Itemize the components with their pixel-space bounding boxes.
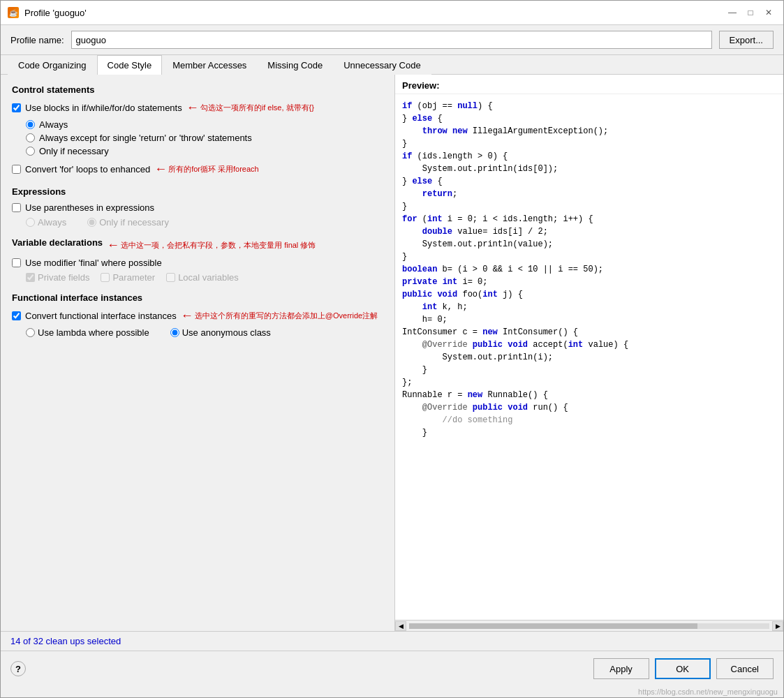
scroll-track[interactable] <box>409 623 769 629</box>
convert-functional-label: Convert functional interface instances <box>25 311 177 321</box>
parameter-item: Parameter <box>101 272 155 283</box>
use-final-checkbox[interactable] <box>12 258 21 267</box>
convert-for-note: 所有的for循环 采用foreach <box>168 164 259 174</box>
radio-parens-only-necessary[interactable] <box>87 218 96 227</box>
variable-note: 选中这一项，会把私有字段，参数，本地变量用 final 修饰 <box>121 240 316 251</box>
use-parens-row: Use parentheses in expressions <box>12 202 383 213</box>
convert-for-checkbox[interactable] <box>12 165 21 174</box>
parameter-checkbox[interactable] <box>101 273 110 282</box>
ok-button[interactable]: OK <box>655 658 711 679</box>
parens-options: Always Only if necessary <box>26 217 383 228</box>
content-area: Control statements Use blocks in if/whil… <box>1 75 783 631</box>
title-bar: ☕ Profile 'guoguo' — □ ✕ <box>1 1 783 25</box>
parens-always-label: Always <box>38 217 66 228</box>
cancel-button[interactable]: Cancel <box>716 658 774 679</box>
functional-section: Functional interface instances Convert f… <box>12 292 383 338</box>
expressions-title: Expressions <box>12 186 383 197</box>
main-window: ☕ Profile 'guoguo' — □ ✕ Profile name: E… <box>0 0 784 698</box>
control-statements-section: Control statements Use blocks in if/whil… <box>12 84 383 177</box>
right-panel: Preview: if (obj == null) { } else { thr… <box>395 75 783 631</box>
radio-parens-always[interactable] <box>26 218 35 227</box>
horizontal-scrollbar[interactable]: ◀ ▶ <box>395 620 783 631</box>
convert-functional-checkbox[interactable] <box>12 311 21 320</box>
scroll-right-arrow[interactable]: ▶ <box>772 621 783 631</box>
only-if-necessary-label: Only if necessary <box>39 146 109 156</box>
local-variables-label: Local variables <box>178 272 239 283</box>
maximize-button[interactable]: □ <box>743 5 758 20</box>
title-bar-left: ☕ Profile 'guoguo' <box>8 7 87 18</box>
profile-row: Profile name: Export... <box>1 25 783 55</box>
tab-unnecessary-code[interactable]: Unnecessary Code <box>333 55 431 75</box>
tab-code-organizing[interactable]: Code Organizing <box>8 55 97 75</box>
watermark: https://blog.csdn.net/new_mengxinguogu <box>1 686 783 697</box>
scroll-thumb[interactable] <box>409 623 697 629</box>
apply-button[interactable]: Apply <box>593 658 649 679</box>
scroll-left-arrow[interactable]: ◀ <box>395 621 406 631</box>
functional-options: Use lambda where possible Use anonymous … <box>26 327 383 338</box>
radio-always-except[interactable] <box>26 133 35 142</box>
status-text: 14 of 32 clean ups selected <box>10 636 121 646</box>
window-controls: — □ ✕ <box>725 5 776 20</box>
private-fields-item: Private fields <box>26 272 89 283</box>
parameter-label: Parameter <box>112 272 155 283</box>
tab-missing-code[interactable]: Missing Code <box>257 55 333 75</box>
radio-use-anonymous[interactable] <box>170 328 179 337</box>
left-panel: Control statements Use blocks in if/whil… <box>1 75 395 631</box>
use-parens-checkbox[interactable] <box>12 203 21 212</box>
radio-only-if-necessary[interactable] <box>26 147 35 156</box>
use-parens-label: Use parentheses in expressions <box>25 202 154 213</box>
minimize-button[interactable]: — <box>725 5 740 20</box>
code-preview: if (obj == null) { } else { throw new Il… <box>395 94 783 620</box>
always-except-label: Always except for single 'return' or 'th… <box>39 133 252 143</box>
tab-member-accesses[interactable]: Member Accesses <box>162 55 257 75</box>
tabs-bar: Code Organizing Code Style Member Access… <box>1 55 783 75</box>
local-variables-item: Local variables <box>166 272 239 283</box>
private-fields-checkbox[interactable] <box>26 273 35 282</box>
always-label: Always <box>39 119 68 130</box>
radio-always[interactable] <box>26 120 35 129</box>
use-anonymous-label: Use anonymous class <box>182 327 271 338</box>
close-button[interactable]: ✕ <box>761 5 776 20</box>
final-options: Private fields Parameter Local variables <box>26 272 383 283</box>
local-variables-checkbox[interactable] <box>166 273 175 282</box>
use-blocks-checkbox[interactable] <box>12 103 21 112</box>
help-button[interactable]: ? <box>10 661 26 676</box>
profile-name-label: Profile name: <box>10 35 64 45</box>
variable-declarations-section: Variable declarations ← 选中这一项，会把私有字段，参数，… <box>12 237 383 283</box>
parens-only-necessary-label: Only if necessary <box>99 217 169 228</box>
expressions-section: Expressions Use parentheses in expressio… <box>12 186 383 228</box>
variable-declarations-title: Variable declarations <box>12 237 103 248</box>
convert-functional-note: 选中这个所有的重写的方法都会添加上@Override注解 <box>195 311 378 321</box>
functional-title: Functional interface instances <box>12 292 383 303</box>
private-fields-label: Private fields <box>38 272 89 283</box>
window-title: Profile 'guoguo' <box>24 8 87 18</box>
use-lambda-label: Use lambda where possible <box>38 327 149 338</box>
profile-name-input[interactable] <box>71 31 712 49</box>
preview-label: Preview: <box>395 75 783 94</box>
bottom-bar: ? Apply OK Cancel <box>1 651 783 686</box>
tab-code-style[interactable]: Code Style <box>97 55 163 75</box>
control-statements-title: Control statements <box>12 84 383 95</box>
app-icon: ☕ <box>8 7 19 18</box>
export-button[interactable]: Export... <box>719 31 774 49</box>
use-blocks-note: 勾选这一项所有的if else, 就带有{} <box>200 103 314 113</box>
bottom-buttons: Apply OK Cancel <box>593 658 774 679</box>
use-blocks-options: Always Always except for single 'return'… <box>26 119 383 156</box>
status-bar: 14 of 32 clean ups selected <box>1 631 783 651</box>
use-final-row: Use modifier 'final' where possible <box>12 258 383 268</box>
convert-for-label: Convert 'for' loops to enhanced <box>25 164 150 174</box>
radio-use-lambda[interactable] <box>26 328 35 337</box>
use-blocks-label: Use blocks in if/while/for/do statements <box>25 103 182 113</box>
use-final-label: Use modifier 'final' where possible <box>25 258 162 268</box>
